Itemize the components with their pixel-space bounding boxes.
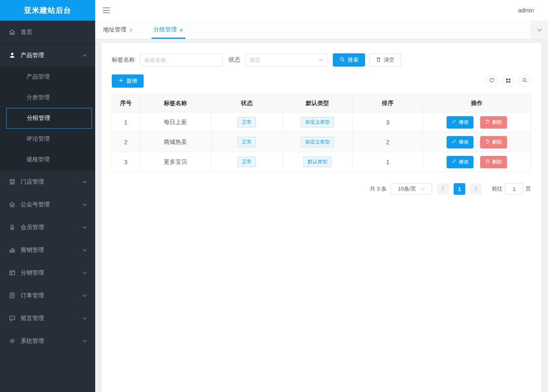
groups-table: 序号 标签名称 状态 默认类型 排序 操作 1 每日上新 正常 bbox=[112, 94, 531, 172]
sidebar-item-label: 门店管理 bbox=[21, 178, 44, 186]
chevron-right-icon bbox=[474, 186, 478, 192]
sidebar-subitem-category-management[interactable]: 分类管理 bbox=[0, 87, 95, 108]
delete-button-label: 删除 bbox=[492, 119, 502, 126]
sidebar-item-label: 营销管理 bbox=[21, 246, 44, 254]
goto-page: 前往 页 bbox=[492, 183, 531, 195]
add-button[interactable]: 新增 bbox=[112, 74, 144, 88]
column-settings-button[interactable] bbox=[502, 75, 514, 87]
sidebar-subitem-spec-management[interactable]: 规格管理 bbox=[0, 149, 95, 170]
cell-index: 2 bbox=[112, 132, 140, 152]
official-account-icon bbox=[8, 201, 16, 208]
main-area: admin 地址管理 × 分组管理 × 标签名称 bbox=[95, 0, 548, 392]
status-select-placeholder: 状态 bbox=[250, 56, 260, 64]
search-icon bbox=[522, 77, 528, 85]
search-button[interactable]: 搜索 bbox=[333, 53, 365, 67]
search-button-label: 搜索 bbox=[348, 56, 358, 64]
cell-name: 每日上新 bbox=[139, 112, 211, 132]
pencil-icon bbox=[452, 159, 457, 165]
type-badge: 自定义类型 bbox=[301, 117, 334, 127]
toolbar: 新增 bbox=[112, 74, 531, 88]
plus-icon bbox=[118, 78, 124, 84]
sidebar-item-message-management[interactable]: 留言管理 bbox=[0, 307, 95, 330]
tabs-dropdown-button[interactable] bbox=[531, 21, 548, 39]
header-status: 状态 bbox=[211, 94, 282, 112]
sidebar-item-label: 会员管理 bbox=[21, 224, 44, 231]
hamburger-menu-icon[interactable] bbox=[103, 7, 110, 13]
page-number-1[interactable]: 1 bbox=[454, 183, 465, 195]
username[interactable]: admin bbox=[518, 7, 534, 14]
store-icon bbox=[8, 178, 16, 186]
sidebar-subitem-product-list[interactable]: 产品管理 bbox=[0, 67, 95, 87]
name-filter-input[interactable] bbox=[140, 53, 223, 67]
sidebar-item-label: 分销管理 bbox=[21, 269, 44, 277]
sidebar-subitem-group-management[interactable]: 分组管理 bbox=[6, 108, 92, 129]
tab-bar: 地址管理 × 分组管理 × bbox=[95, 21, 548, 39]
prev-page-button[interactable] bbox=[437, 183, 449, 195]
edit-button-label: 修改 bbox=[459, 119, 469, 126]
refresh-button[interactable] bbox=[486, 75, 498, 87]
status-filter-select[interactable]: 状态 bbox=[245, 53, 328, 67]
table-row: 3 更多宝贝 正常 默认类型 1 修改 bbox=[112, 152, 531, 172]
cell-sort: 3 bbox=[353, 112, 423, 132]
tab-label: 地址管理 bbox=[103, 26, 126, 33]
chevron-down-icon bbox=[537, 26, 542, 33]
edit-button-label: 修改 bbox=[459, 158, 469, 165]
app-window: 亚米建站后台 首页 产品管理 产品管理 bbox=[0, 0, 548, 392]
sidebar-item-distribution-management[interactable]: 分销管理 bbox=[0, 261, 95, 284]
sidebar-item-store-management[interactable]: 门店管理 bbox=[0, 170, 95, 193]
home-icon bbox=[8, 29, 16, 36]
delete-button[interactable]: 删除 bbox=[480, 136, 507, 148]
table-row: 1 每日上新 正常 自定义类型 3 修改 bbox=[112, 112, 531, 132]
sidebar-subitem-label: 评论管理 bbox=[26, 135, 50, 143]
name-filter-label: 标签名称 bbox=[112, 56, 135, 64]
tab-label: 分组管理 bbox=[154, 26, 177, 33]
sidebar-item-product-management[interactable]: 产品管理 bbox=[0, 44, 95, 67]
message-icon bbox=[8, 315, 16, 322]
page-unit-label: 页 bbox=[526, 185, 531, 193]
edit-button[interactable]: 修改 bbox=[447, 136, 473, 148]
chevron-down-icon bbox=[82, 249, 87, 252]
tab-group-management[interactable]: 分组管理 × bbox=[151, 21, 185, 39]
goto-label: 前往 bbox=[492, 185, 502, 193]
close-icon[interactable]: × bbox=[129, 27, 133, 33]
sidebar-item-system-management[interactable]: 系统管理 bbox=[0, 330, 95, 352]
sidebar-item-marketing-management[interactable]: 营销管理 bbox=[0, 239, 95, 261]
type-badge: 自定义类型 bbox=[301, 137, 334, 147]
goto-page-input[interactable] bbox=[505, 183, 523, 195]
sidebar-item-home[interactable]: 首页 bbox=[0, 21, 95, 43]
table-row: 2 商城热卖 正常 自定义类型 2 修改 bbox=[112, 132, 531, 152]
clear-button[interactable]: 清空 bbox=[369, 53, 401, 67]
delete-button[interactable]: 删除 bbox=[480, 156, 507, 168]
pagination: 共 3 条 10条/页 1 bbox=[112, 183, 531, 195]
add-button-label: 新增 bbox=[126, 77, 137, 85]
clear-button-label: 清空 bbox=[384, 56, 394, 64]
order-icon bbox=[8, 292, 16, 299]
delete-button-label: 删除 bbox=[492, 158, 502, 165]
trash-icon bbox=[485, 159, 490, 165]
chevron-down-icon bbox=[82, 294, 87, 297]
sidebar-subitem-label: 规格管理 bbox=[26, 156, 50, 163]
sidebar-item-member-management[interactable]: 会员管理 bbox=[0, 216, 95, 239]
edit-button[interactable]: 修改 bbox=[447, 156, 473, 168]
toggle-search-button[interactable] bbox=[519, 75, 531, 87]
status-badge: 正常 bbox=[238, 137, 256, 147]
topbar: admin bbox=[95, 0, 548, 21]
page-size-select[interactable]: 10条/页 bbox=[391, 183, 432, 195]
header-index: 序号 bbox=[112, 94, 140, 112]
sidebar-item-official-account-management[interactable]: 公众号管理 bbox=[0, 193, 95, 216]
edit-button-label: 修改 bbox=[459, 139, 469, 146]
status-filter-label: 状态 bbox=[228, 56, 240, 64]
marketing-icon bbox=[8, 246, 16, 254]
next-page-button[interactable] bbox=[470, 183, 482, 195]
sidebar-menu: 首页 产品管理 产品管理 分类管理 分组管 bbox=[0, 21, 95, 392]
delete-button[interactable]: 删除 bbox=[480, 116, 507, 129]
sidebar-subitem-comment-management[interactable]: 评论管理 bbox=[0, 129, 95, 149]
header-sort: 排序 bbox=[353, 94, 423, 112]
status-badge: 正常 bbox=[238, 157, 256, 167]
edit-button[interactable]: 修改 bbox=[447, 116, 473, 129]
close-icon[interactable]: × bbox=[180, 27, 183, 33]
tab-address-management[interactable]: 地址管理 × bbox=[101, 21, 135, 39]
chevron-down-icon bbox=[421, 188, 425, 191]
sidebar-item-order-management[interactable]: 订单管理 bbox=[0, 284, 95, 307]
distribution-icon bbox=[8, 269, 16, 277]
